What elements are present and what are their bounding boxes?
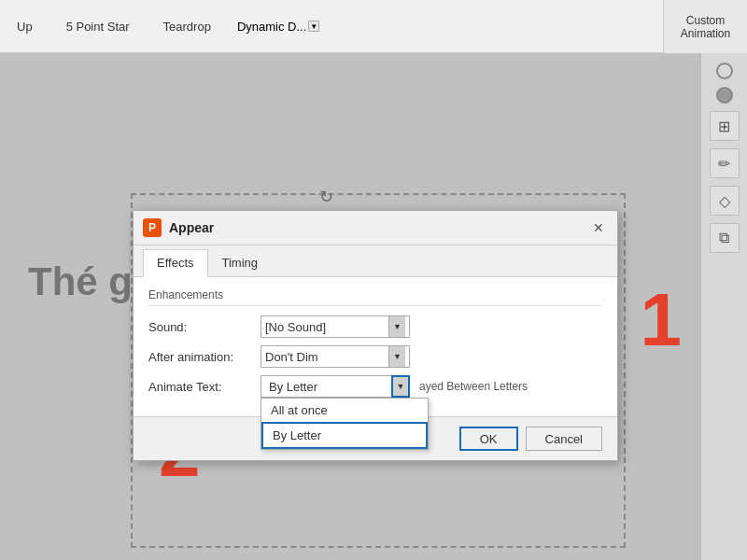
sidebar-copy-icon[interactable]: ⧉: [710, 223, 740, 253]
sound-select[interactable]: [No Sound] ▼: [261, 315, 410, 338]
dialog-titlebar: P Appear ✕: [134, 211, 617, 245]
tab-effects[interactable]: Effects: [143, 249, 208, 277]
animate-text-dropdown: All at once By Letter: [261, 398, 429, 450]
sound-row: Sound: [No Sound] ▼: [148, 315, 602, 338]
after-animation-arrow[interactable]: ▼: [388, 346, 405, 367]
animate-text-dropdown-btn[interactable]: ▼: [391, 375, 410, 398]
enhancements-header: Enhancements: [148, 288, 602, 306]
sound-label: Sound:: [148, 320, 261, 334]
dropdown-all-at-once[interactable]: All at once: [261, 399, 428, 422]
animate-text-row: Animate Text: By Letter ▼ ayed Between L…: [148, 375, 602, 398]
tab-timing[interactable]: Timing: [208, 249, 273, 276]
sidebar-shape-icon[interactable]: ◇: [710, 186, 740, 216]
main-area: ↻ Thé giớ ⊞ ✏ ◇ ⧉ 1 2 P Appear ✕ Effects…: [0, 53, 747, 560]
delay-text: ayed Between Letters: [419, 380, 528, 393]
after-animation-control: Don't Dim ▼: [261, 345, 602, 368]
sidebar-circle-1: [716, 63, 733, 79]
dialog-close-button[interactable]: ✕: [589, 218, 608, 237]
toolbar-dynamic[interactable]: Dynamic D... ▼: [237, 20, 319, 34]
right-sidebar: ⊞ ✏ ◇ ⧉: [700, 53, 747, 560]
annotation-number-1: 1: [641, 277, 683, 363]
sidebar-layers-icon[interactable]: ⊞: [710, 111, 740, 141]
custom-animation-button[interactable]: Custom Animation: [663, 0, 747, 53]
toolbar-dropdown-arrow[interactable]: ▼: [308, 21, 319, 32]
dialog-body: Enhancements Sound: [No Sound] ▼ After a…: [134, 277, 617, 416]
after-animation-select[interactable]: Don't Dim ▼: [261, 345, 410, 368]
animate-text-select-wrapper: By Letter ▼: [261, 375, 410, 398]
toolbar-up[interactable]: Up: [9, 16, 40, 37]
animate-text-value: By Letter: [261, 375, 391, 398]
after-animation-value: Don't Dim: [265, 350, 318, 364]
sound-control: [No Sound] ▼: [261, 315, 602, 338]
dialog-app-icon: P: [143, 218, 162, 237]
sound-value: [No Sound]: [265, 320, 326, 334]
dialog-title: Appear: [169, 220, 582, 235]
sidebar-circle-2: [716, 87, 733, 104]
toolbar-teardrop[interactable]: Teardrop: [156, 16, 218, 37]
cancel-button[interactable]: Cancel: [526, 427, 602, 451]
animate-text-control: By Letter ▼ ayed Between Letters All at …: [261, 375, 602, 398]
toolbar: Up 5 Point Star Teardrop Dynamic D... ▼ …: [0, 0, 747, 53]
sidebar-pen-icon[interactable]: ✏: [710, 148, 740, 178]
toolbar-dynamic-label: Dynamic D...: [237, 20, 306, 34]
sound-select-arrow[interactable]: ▼: [388, 316, 405, 337]
dropdown-by-letter[interactable]: By Letter: [261, 422, 428, 449]
refresh-icon: ↻: [313, 184, 339, 210]
toolbar-5pointstar[interactable]: 5 Point Star: [59, 16, 137, 37]
ok-button[interactable]: OK: [459, 427, 518, 451]
appear-dialog: P Appear ✕ Effects Timing Enhancements S…: [133, 210, 618, 461]
animate-text-label: Animate Text:: [148, 380, 261, 394]
dialog-tabs: Effects Timing: [134, 245, 617, 277]
after-animation-row: After animation: Don't Dim ▼: [148, 345, 602, 368]
after-animation-label: After animation:: [148, 350, 261, 364]
